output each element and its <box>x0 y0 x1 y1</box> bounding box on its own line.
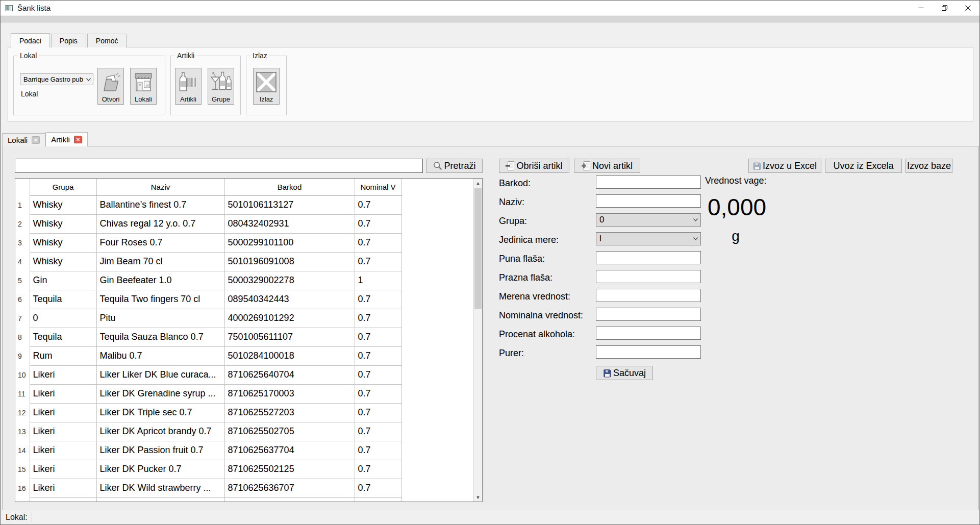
new-article-button[interactable]: Novi artikl <box>574 159 640 173</box>
artikli-label: Artikli <box>180 95 196 103</box>
search-input[interactable] <box>15 159 423 173</box>
column-header-naziv[interactable]: Naziv <box>96 179 224 195</box>
export-excel-button[interactable]: Izvoz u Excel <box>748 159 821 173</box>
form-field-label: Prazna flaša: <box>499 270 596 289</box>
grupa-cell: Likeri <box>30 403 96 422</box>
table-row[interactable] <box>15 497 473 502</box>
table-row[interactable]: 14 Likeri Liker DK Passion fruit 0.7 871… <box>15 441 473 460</box>
restore-icon <box>942 5 947 11</box>
ribbon-group-artikli: Artikli Artikli <box>170 56 241 115</box>
ribbon-tab-pomoc[interactable]: Pomoć <box>87 34 127 47</box>
artikli-button[interactable]: Artikli <box>175 68 202 105</box>
table-row[interactable]: 15 Likeri Liker DK Pucker 0.7 8710625502… <box>15 460 473 479</box>
form-field-input[interactable] <box>596 251 701 264</box>
izlaz-label: Izlaz <box>260 95 273 103</box>
table-row[interactable]: 10 Likeri Liker Liker DK Blue curaca... … <box>15 365 473 384</box>
form-field-label: Merena vrednost: <box>499 289 596 308</box>
row-number-cell: 13 <box>15 422 30 441</box>
close-tab-icon[interactable]: ✕ <box>32 136 40 144</box>
table-scrollbar[interactable]: ▲ ▼ <box>473 179 482 502</box>
table-row[interactable]: 1 Whisky Ballantine’s finest 0.7 5010106… <box>15 195 473 214</box>
izlaz-button[interactable]: Izlaz <box>253 68 280 105</box>
ribbon-tab-popis[interactable]: Popis <box>51 34 86 47</box>
grupe-label: Grupe <box>212 95 230 103</box>
filler-cell <box>401 214 473 233</box>
table-row[interactable]: 4 Whisky Jim Beam 70 cl 5010196091008 0.… <box>15 252 473 271</box>
row-number-cell: 2 <box>15 214 30 233</box>
table-row[interactable]: 16 Likeri Liker DK Wild strawberry ... 8… <box>15 479 473 497</box>
table-row[interactable]: 5 Gin Gin Beefeater 1.0 5000329002278 1 <box>15 271 473 290</box>
grupa-cell <box>30 497 96 502</box>
document-tab-bar: Lokali ✕ Artikli ✕ <box>2 132 88 146</box>
restore-button[interactable] <box>933 1 956 15</box>
form-field-input[interactable] <box>596 345 701 359</box>
exit-cross-icon <box>255 68 278 95</box>
doc-tab-lokali[interactable]: Lokali ✕ <box>2 133 45 146</box>
close-tab-icon[interactable]: ✕ <box>74 136 82 143</box>
storefront-icon <box>132 68 155 95</box>
grupa-cell: Likeri <box>30 365 96 384</box>
group-title: Artikli <box>175 52 196 60</box>
doc-tab-artikli[interactable]: Artikli ✕ <box>45 132 88 146</box>
form-field-select[interactable]: l <box>596 232 701 245</box>
status-divider <box>32 512 32 522</box>
table-row[interactable]: 6 Tequila Tequila Two fingers 70 cl 0895… <box>15 290 473 309</box>
scroll-up-icon[interactable]: ▲ <box>474 179 482 187</box>
filler-cell <box>401 497 473 502</box>
table-row[interactable]: 11 Likeri Liker DK Grenadine syrup ... 8… <box>15 384 473 403</box>
grupa-cell: Whisky <box>30 214 96 233</box>
export-database-button[interactable]: Izvoz baze <box>906 159 952 173</box>
row-number-cell: 12 <box>15 403 30 422</box>
table-row[interactable]: 3 Whisky Four Roses 0.7 5000299101100 0.… <box>15 233 473 252</box>
grupe-button[interactable]: Grupe <box>208 68 234 105</box>
ribbon-tab-podaci[interactable]: Podaci <box>11 33 50 47</box>
filler-cell <box>401 460 473 479</box>
table-row[interactable]: 7 0 Pitu 4000269101292 0.7 <box>15 309 473 328</box>
scroll-down-icon[interactable]: ▼ <box>474 493 482 502</box>
table-row[interactable]: 2 Whisky Chivas regal 12 y.o. 0.7 080432… <box>15 214 473 233</box>
row-number-cell: 3 <box>15 233 30 252</box>
save-button[interactable]: Sačuvaj <box>596 366 653 380</box>
articles-table: Grupa Naziv Barkod Nominal V 1 Whisky Ba… <box>15 178 483 502</box>
otvori-button[interactable]: Otvori <box>97 68 124 105</box>
form-field-input[interactable] <box>596 176 701 189</box>
table-row[interactable]: 8 Tequila Tequila Sauza Blanco 0.7 75010… <box>15 328 473 346</box>
import-excel-button[interactable]: Uvoz iz Excela <box>825 159 902 173</box>
search-icon <box>433 161 442 170</box>
grupa-cell: Likeri <box>30 384 96 403</box>
nominal-cell: 0.7 <box>355 384 401 403</box>
close-button[interactable] <box>956 1 979 15</box>
form-field-input[interactable] <box>596 289 701 302</box>
column-header-nominal[interactable]: Nominal V <box>355 179 401 195</box>
naziv-cell: Liker DK Passion fruit 0.7 <box>96 441 224 460</box>
lokal-combobox[interactable]: Barrique Gastro pub <box>20 73 93 85</box>
grupa-cell: Gin <box>30 271 96 290</box>
lokali-button[interactable]: Lokali <box>130 68 157 105</box>
row-number-cell: 16 <box>15 479 30 497</box>
column-header-grupa[interactable]: Grupa <box>30 179 96 195</box>
nominal-cell: 0.7 <box>355 252 401 271</box>
filler-cell <box>401 252 473 271</box>
barkod-cell: 8710625502705 <box>224 422 355 441</box>
lokal-combobox-value: Barrique Gastro pub <box>20 76 84 83</box>
grupa-cell: Likeri <box>30 479 96 497</box>
table-row[interactable]: 13 Likeri Liker DK Apricot brandy 0.7 87… <box>15 422 473 441</box>
form-field-input[interactable] <box>596 308 701 321</box>
delete-article-button[interactable]: Obriši artikl <box>499 159 569 173</box>
form-field-input[interactable] <box>596 327 701 340</box>
group-title: Lokal <box>18 52 39 60</box>
search-button[interactable]: Pretraži <box>426 159 483 173</box>
nominal-cell: 0.7 <box>355 365 401 384</box>
form-field-select[interactable]: 0 <box>596 213 701 227</box>
minimize-button[interactable] <box>909 1 933 15</box>
table-row[interactable]: 9 Rum Malibu 0.7 5010284100018 0.7 <box>15 346 473 365</box>
table-row[interactable]: 12 Likeri Liker DK Triple sec 0.7 871062… <box>15 403 473 422</box>
form-field-input[interactable] <box>596 270 701 283</box>
table-header-row: Grupa Naziv Barkod Nominal V <box>15 179 473 195</box>
row-number-cell: 6 <box>15 290 30 309</box>
naziv-cell: Gin Beefeater 1.0 <box>96 271 224 290</box>
form-field-input[interactable] <box>596 194 701 208</box>
scrollbar-thumb[interactable] <box>474 188 482 309</box>
column-header-barkod[interactable]: Barkod <box>224 179 355 195</box>
barkod-cell: 5000299101100 <box>224 233 355 252</box>
